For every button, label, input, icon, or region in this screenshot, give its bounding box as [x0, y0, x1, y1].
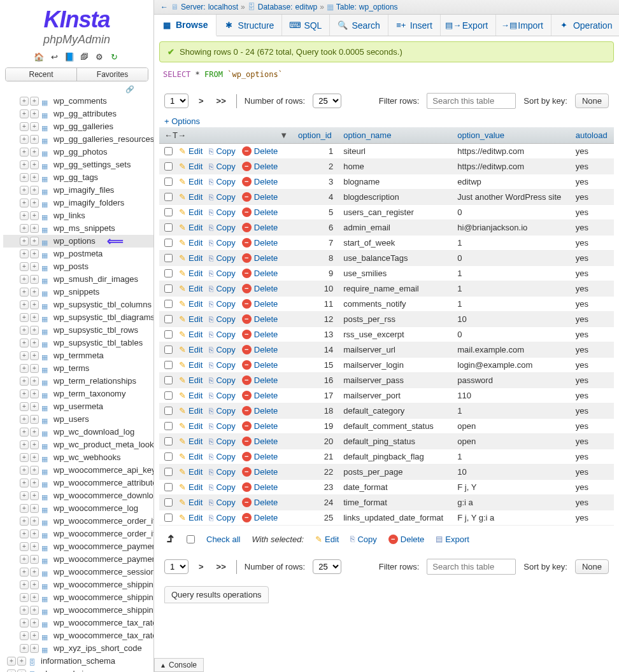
copy-link[interactable]: ⎘Copy: [209, 299, 235, 309]
tree-table-item[interactable]: ++▦wp_gg_galleries_resources: [3, 133, 153, 146]
row-checkbox[interactable]: [164, 284, 173, 293]
tree-table-item[interactable]: ++▦wp_imagify_files: [3, 184, 153, 197]
delete-link[interactable]: −Delete: [242, 467, 278, 477]
expand-icon[interactable]: +: [30, 593, 39, 602]
expand-icon[interactable]: +: [30, 160, 39, 169]
expand-icon[interactable]: +: [20, 351, 29, 360]
expand-icon[interactable]: +: [30, 249, 39, 258]
expand-icon[interactable]: +: [20, 568, 29, 577]
delete-link[interactable]: −Delete: [242, 177, 278, 186]
edit-link[interactable]: ✎Edit: [179, 391, 203, 400]
row-checkbox[interactable]: [164, 361, 173, 369]
edit-link[interactable]: ✎Edit: [179, 345, 203, 354]
expand-icon[interactable]: +: [20, 631, 29, 640]
docs-icon[interactable]: 📘: [64, 52, 75, 62]
tree-table-item[interactable]: ++▦wp_woocommerce_api_keys: [3, 464, 153, 477]
expand-icon[interactable]: +: [30, 339, 39, 347]
tree-table-item[interactable]: ++▦wp_terms: [3, 362, 153, 375]
edit-link[interactable]: ✎Edit: [179, 207, 203, 217]
tree-table-item[interactable]: ++▦wp_gg_attributes: [3, 108, 153, 120]
tree-table-item[interactable]: ++▦wp_smush_dir_images: [3, 273, 153, 286]
tree-table-item[interactable]: ++▦wp_gg_settings_sets: [3, 158, 153, 171]
tree-table-item[interactable]: ++▦wp_supsystic_tbl_columns: [3, 298, 153, 311]
expand-icon[interactable]: +: [30, 389, 39, 398]
th-option-value[interactable]: option_value: [452, 127, 570, 144]
expand-icon[interactable]: +: [30, 606, 39, 615]
expand-icon[interactable]: +: [30, 415, 39, 424]
tree-table-item[interactable]: ++▦wp_wc_webhooks: [3, 451, 153, 464]
expand-icon[interactable]: +: [20, 402, 29, 411]
delete-link[interactable]: −Delete: [242, 223, 278, 232]
edit-link[interactable]: ✎Edit: [179, 162, 203, 171]
row-checkbox[interactable]: [164, 208, 173, 216]
delete-link[interactable]: −Delete: [242, 391, 278, 400]
tree-table-item[interactable]: ++▦wp_wc_download_log: [3, 426, 153, 438]
expand-icon[interactable]: +: [30, 542, 39, 551]
check-all-checkbox[interactable]: [187, 535, 195, 543]
expand-icon[interactable]: +: [20, 580, 29, 589]
row-checkbox[interactable]: [164, 300, 173, 308]
expand-icon[interactable]: +: [20, 211, 29, 220]
expand-icon[interactable]: +: [20, 313, 29, 322]
expand-icon[interactable]: +: [30, 631, 39, 640]
db-link[interactable]: editwp: [295, 3, 317, 11]
expand-icon[interactable]: +: [30, 275, 39, 284]
expand-icon[interactable]: +: [20, 300, 29, 309]
delete-link[interactable]: −Delete: [242, 330, 278, 339]
edit-link[interactable]: ✎Edit: [179, 452, 203, 461]
expand-icon[interactable]: +: [17, 669, 26, 672]
edit-link[interactable]: ✎Edit: [179, 360, 203, 370]
expand-icon[interactable]: +: [30, 237, 39, 246]
server-link[interactable]: localhost: [208, 3, 238, 11]
expand-icon[interactable]: +: [30, 173, 39, 182]
edit-link[interactable]: ✎Edit: [179, 146, 203, 156]
tree-table-item[interactable]: ++▦wp_woocommerce_payment_: [3, 540, 153, 553]
tree-db-item[interactable]: ++🗄information_schema: [3, 655, 153, 668]
delete-link[interactable]: −Delete: [242, 360, 278, 370]
tree-table-item[interactable]: ++▦wp_supsystic_tbl_tables: [3, 337, 153, 349]
expand-icon[interactable]: +: [20, 135, 29, 144]
home-icon[interactable]: 🏠: [34, 52, 44, 62]
tree-table-item[interactable]: ++▦wp_posts: [3, 260, 153, 273]
copy-link[interactable]: ⎘Copy: [209, 345, 235, 354]
tab-operation[interactable]: ✦Operation: [551, 15, 619, 36]
copy-link[interactable]: ⎘Copy: [209, 269, 235, 278]
tree-table-item[interactable]: ++▦wp_woocommerce_tax_rates: [3, 617, 153, 629]
delete-link[interactable]: −Delete: [242, 345, 278, 354]
expand-icon[interactable]: +: [20, 606, 29, 615]
delete-link[interactable]: −Delete: [242, 284, 278, 293]
expand-icon[interactable]: +: [30, 300, 39, 309]
expand-icon[interactable]: +: [20, 504, 29, 513]
edit-link[interactable]: ✎Edit: [179, 330, 203, 339]
edit-link[interactable]: ✎Edit: [179, 253, 203, 263]
row-checkbox[interactable]: [164, 498, 173, 507]
expand-icon[interactable]: +: [20, 389, 29, 398]
link-icon[interactable]: 🔗: [125, 85, 134, 93]
expand-icon[interactable]: +: [20, 466, 29, 475]
tree-table-item[interactable]: ++▦wp_wc_product_meta_lookup: [3, 438, 153, 451]
expand-icon[interactable]: +: [30, 364, 39, 373]
tab-import[interactable]: →▤Import: [496, 15, 551, 36]
copy-link[interactable]: ⎘Copy: [209, 192, 235, 202]
last-page-bottom[interactable]: >>: [214, 562, 229, 571]
expand-icon[interactable]: +: [30, 186, 39, 195]
row-checkbox[interactable]: [164, 483, 173, 491]
expand-icon[interactable]: +: [20, 555, 29, 564]
tree-table-item[interactable]: ++▦wp_woocommerce_tax_rate_: [3, 629, 153, 642]
expand-icon[interactable]: +: [20, 262, 29, 271]
edit-link[interactable]: ✎Edit: [179, 406, 203, 416]
tree-table-item[interactable]: ++▦wp_imagify_folders: [3, 197, 153, 209]
page-select[interactable]: 1: [164, 94, 189, 108]
expand-icon[interactable]: +: [30, 517, 39, 526]
row-checkbox[interactable]: [164, 437, 173, 445]
expand-icon[interactable]: +: [7, 669, 16, 672]
delete-link[interactable]: −Delete: [242, 513, 278, 522]
last-page-button[interactable]: >>: [214, 96, 229, 106]
next-page-button[interactable]: >: [196, 96, 206, 106]
expand-icon[interactable]: +: [20, 288, 29, 297]
next-page-bottom[interactable]: >: [196, 562, 206, 571]
expand-icon[interactable]: +: [20, 593, 29, 602]
options-toggle[interactable]: + Options: [159, 115, 614, 127]
edit-link[interactable]: ✎Edit: [179, 177, 203, 186]
expand-icon[interactable]: +: [30, 529, 39, 538]
